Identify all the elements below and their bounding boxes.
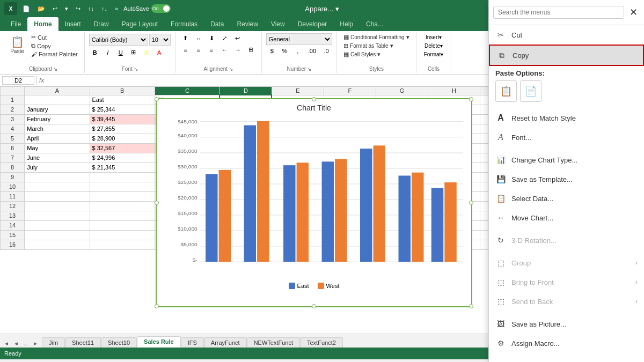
- cut-btn[interactable]: ✂ Cut: [29, 33, 80, 41]
- cell-b5[interactable]: $ 28,900: [90, 134, 155, 143]
- col-header-c[interactable]: C: [155, 87, 219, 95]
- cm-item-cut[interactable]: ✂ Cut: [489, 25, 644, 45]
- handle-tl[interactable]: [155, 97, 159, 101]
- cm-close-btn[interactable]: ✕: [627, 4, 640, 20]
- sheet-nav-prev[interactable]: ◄: [12, 339, 20, 348]
- insert-cells-btn[interactable]: Insert▾: [422, 33, 445, 41]
- increase-indent-btn[interactable]: →: [232, 46, 244, 54]
- format-cells-btn[interactable]: Format▾: [421, 50, 447, 58]
- cm-item-view-alt[interactable]: ⬚ View Alt Text...: [489, 356, 644, 362]
- tab-formulas[interactable]: Formulas: [164, 17, 204, 31]
- cell-a6[interactable]: May: [25, 143, 90, 153]
- italic-btn[interactable]: I: [102, 48, 114, 57]
- currency-btn[interactable]: $: [266, 47, 278, 55]
- col-header-b[interactable]: B: [90, 87, 155, 95]
- cell-a5[interactable]: April: [25, 134, 90, 143]
- cm-item-move-chart[interactable]: ↔ Move Chart...: [489, 208, 644, 227]
- cell-b8[interactable]: $ 21,345: [90, 162, 155, 172]
- number-format-select[interactable]: General: [266, 33, 332, 45]
- sheet-tab-new-text-funct[interactable]: NEWTextFunct: [247, 337, 300, 348]
- sort-desc-btn[interactable]: ↑↓: [99, 4, 109, 13]
- format-painter-btn[interactable]: 🖌 Format Painter: [29, 50, 80, 58]
- sheet-tab-sheet11[interactable]: Sheet11: [65, 337, 101, 348]
- autosave-toggle[interactable]: AutoSave On: [123, 4, 171, 13]
- handle-bottom[interactable]: [312, 304, 316, 308]
- decrease-decimal-btn[interactable]: .00: [305, 47, 319, 55]
- cell-b4[interactable]: $ 27,855: [90, 124, 155, 134]
- sheet-tab-sheet10[interactable]: Sheet10: [101, 337, 137, 348]
- paste-btn[interactable]: 📋 Paste: [6, 33, 28, 56]
- sheet-tab-sales-rule[interactable]: Sales Rule: [137, 336, 181, 348]
- cell-b2[interactable]: $ 25,344: [90, 105, 155, 114]
- col-header-e[interactable]: E: [272, 87, 324, 95]
- cell-b1[interactable]: East: [90, 95, 155, 105]
- align-right-btn[interactable]: ≡: [206, 46, 217, 54]
- cm-item-assign-macro[interactable]: ⚙ Assign Macro...: [489, 334, 644, 353]
- wrap-text-btn[interactable]: ↩: [232, 34, 244, 43]
- cell-a3[interactable]: February: [25, 114, 90, 124]
- text-angle-btn[interactable]: ⤢: [219, 34, 231, 43]
- tab-file[interactable]: File: [4, 17, 27, 31]
- cell-a4[interactable]: March: [25, 124, 90, 134]
- fill-color-btn[interactable]: A: [141, 48, 152, 57]
- handle-tr[interactable]: [469, 97, 473, 101]
- tab-home[interactable]: Home: [27, 17, 58, 31]
- underline-btn[interactable]: U: [115, 48, 127, 57]
- cell-a2[interactable]: January: [25, 105, 90, 114]
- tab-help[interactable]: Help: [333, 17, 360, 31]
- sheet-tab-array-funct[interactable]: ArrayFunct: [204, 337, 247, 348]
- paste-icon-btn-1[interactable]: 📋: [495, 80, 517, 102]
- sheet-tab-jim[interactable]: Jim: [42, 337, 65, 348]
- tab-review[interactable]: Review: [230, 17, 264, 31]
- handle-top[interactable]: [312, 97, 316, 101]
- cell-b3[interactable]: $ 39,445: [90, 114, 155, 124]
- sheet-nav-next[interactable]: ►: [31, 339, 40, 348]
- cm-item-copy[interactable]: ⧉ Copy: [489, 45, 644, 66]
- cell-a8[interactable]: July: [25, 162, 90, 172]
- cell-styles-btn[interactable]: ▦ Cell Styles ▾: [341, 50, 412, 58]
- sheet-tab-ifs[interactable]: IFS: [181, 337, 204, 348]
- col-header-h[interactable]: H: [428, 87, 480, 95]
- tab-chart[interactable]: Cha...: [360, 17, 390, 31]
- decrease-indent-btn[interactable]: ←: [218, 46, 231, 54]
- cell-b7[interactable]: $ 24,996: [90, 153, 155, 162]
- align-middle-btn[interactable]: ↔: [193, 34, 205, 43]
- comma-btn[interactable]: ,: [292, 47, 304, 55]
- align-top-btn[interactable]: ⬆: [180, 34, 192, 43]
- more-qat-btn[interactable]: »: [113, 4, 120, 13]
- cm-item-font[interactable]: A Font...: [489, 128, 644, 147]
- cell-b6[interactable]: $ 32,567: [90, 143, 155, 153]
- tab-insert[interactable]: Insert: [58, 17, 87, 31]
- delete-cells-btn[interactable]: Delete▾: [421, 42, 446, 50]
- cell-a7[interactable]: June: [25, 153, 90, 162]
- file-icon[interactable]: 📄: [20, 4, 32, 13]
- sheet-nav-more[interactable]: ...: [21, 339, 30, 348]
- chart-container[interactable]: Chart Title $- $5,000 $10,000 $15,000 $2…: [156, 98, 472, 307]
- cm-search-input[interactable]: [493, 6, 624, 19]
- tab-draw[interactable]: Draw: [87, 17, 115, 31]
- cell-a9[interactable]: [25, 172, 90, 182]
- col-header-a[interactable]: A: [25, 87, 90, 95]
- format-as-table-btn[interactable]: ⊞ Format as Table ▾: [341, 42, 412, 50]
- border-btn[interactable]: ⊞: [128, 48, 140, 57]
- merge-btn[interactable]: ⊞: [245, 45, 257, 54]
- handle-left[interactable]: [155, 201, 159, 205]
- sheet-tab-text-funct2[interactable]: TextFunct2: [300, 337, 343, 348]
- font-size-select[interactable]: 10: [149, 34, 171, 46]
- col-header-f[interactable]: F: [324, 87, 376, 95]
- cm-item-change-chart[interactable]: 📊 Change Chart Type...: [489, 150, 644, 169]
- percent-btn[interactable]: %: [279, 47, 291, 55]
- sheet-nav-first[interactable]: ◄: [2, 339, 11, 348]
- align-left-btn[interactable]: ≡: [180, 46, 192, 54]
- undo-arrow[interactable]: ▾: [63, 4, 70, 13]
- cm-item-save-picture[interactable]: 🖼 Save as Picture...: [489, 314, 644, 334]
- col-header-g[interactable]: G: [376, 87, 428, 95]
- open-icon[interactable]: 📂: [35, 4, 47, 13]
- sort-asc-btn[interactable]: ↑↓: [86, 4, 96, 13]
- handle-right[interactable]: [469, 201, 473, 205]
- handle-bl[interactable]: [155, 304, 159, 308]
- cell-a1[interactable]: [25, 95, 90, 105]
- increase-decimal-btn[interactable]: .0: [320, 47, 332, 55]
- bold-btn[interactable]: B: [89, 48, 101, 57]
- paste-icon-btn-2[interactable]: 📄: [520, 80, 541, 102]
